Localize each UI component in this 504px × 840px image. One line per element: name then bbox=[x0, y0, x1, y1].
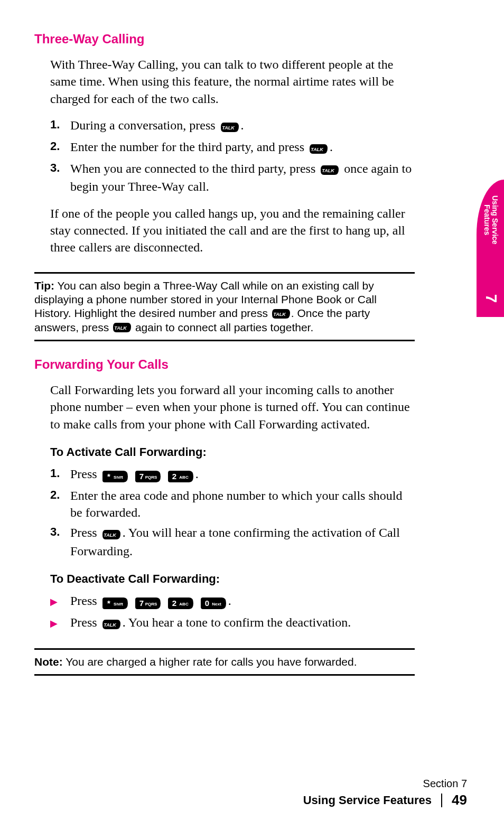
footer-title: Using Service Features bbox=[303, 794, 442, 807]
list-item: 1.Press *Shift 7PQRS 2ABC. bbox=[50, 465, 415, 484]
note-label: Note: bbox=[34, 656, 63, 668]
steps-activate: 1.Press *Shift 7PQRS 2ABC.2.Enter the ar… bbox=[50, 465, 415, 560]
bullet-text: Press TALK. You hear a tone to confirm t… bbox=[70, 614, 351, 632]
list-item: ▶Press *Shift 7PQRS 2ABC 0Next. bbox=[50, 592, 415, 611]
svg-text:*: * bbox=[107, 472, 110, 481]
2-key-icon: 2ABC bbox=[167, 466, 194, 483]
step-number: 1. bbox=[50, 117, 70, 135]
subhead-deactivate: To Deactivate Call Forwarding: bbox=[50, 572, 415, 586]
list-item: 2.Enter the number for the third party, … bbox=[50, 138, 415, 157]
step-text: During a conversation, press TALK. bbox=[70, 117, 244, 135]
step-number: 3. bbox=[50, 160, 70, 195]
svg-text:Shift: Shift bbox=[114, 602, 123, 606]
svg-text:TALK: TALK bbox=[273, 312, 286, 317]
footer-page: 49 bbox=[442, 792, 467, 808]
tip-box: Tip: You can also begin a Three-Way Call… bbox=[34, 272, 415, 341]
svg-text:TALK: TALK bbox=[114, 325, 127, 331]
bullet-text: Press *Shift 7PQRS 2ABC 0Next. bbox=[70, 592, 231, 611]
svg-text:2: 2 bbox=[172, 599, 176, 608]
svg-text:TALK: TALK bbox=[222, 125, 235, 130]
step-text: When you are connected to the third part… bbox=[70, 160, 415, 195]
7-key-icon: 7PQRS bbox=[134, 466, 162, 483]
svg-text:Shift: Shift bbox=[114, 475, 123, 480]
list-item: 2.Enter the area code and phone number t… bbox=[50, 487, 415, 521]
svg-text:TALK: TALK bbox=[322, 168, 335, 173]
heading-forwarding: Forwarding Your Calls bbox=[34, 357, 415, 372]
steps-deactivate: ▶Press *Shift 7PQRS 2ABC 0Next.▶Press TA… bbox=[50, 592, 415, 632]
star-key-icon: *Shift bbox=[101, 594, 129, 611]
step-text: Enter the number for the third party, an… bbox=[70, 138, 333, 157]
outro-three-way: If one of the people you called hangs up… bbox=[50, 205, 415, 256]
talk-key-icon: TALK bbox=[271, 307, 291, 319]
intro-forwarding: Call Forwarding lets you forward all you… bbox=[50, 381, 415, 433]
talk-key-icon: TALK bbox=[101, 526, 122, 543]
svg-text:PQRS: PQRS bbox=[145, 475, 157, 480]
svg-text:TALK: TALK bbox=[311, 147, 324, 152]
talk-key-icon: TALK bbox=[112, 321, 132, 333]
step-text: Press TALK. You will hear a tone confirm… bbox=[70, 524, 415, 559]
tip-text-3: again to connect all parties together. bbox=[132, 321, 313, 333]
tab-label: Using ServiceFeatures bbox=[482, 195, 499, 245]
intro-three-way: With Three-Way Calling, you can talk to … bbox=[50, 56, 415, 107]
svg-text:7: 7 bbox=[139, 599, 144, 608]
step-number: 2. bbox=[50, 138, 70, 157]
svg-text:Next: Next bbox=[212, 602, 221, 606]
tip-label: Tip: bbox=[34, 279, 54, 292]
talk-key-icon: TALK bbox=[101, 615, 122, 632]
step-number: 3. bbox=[50, 524, 70, 559]
svg-text:0: 0 bbox=[205, 599, 209, 608]
step-number: 1. bbox=[50, 465, 70, 484]
list-item: 1.During a conversation, press TALK. bbox=[50, 117, 415, 135]
svg-text:TALK: TALK bbox=[104, 622, 117, 628]
0-key-icon: 0Next bbox=[200, 594, 227, 611]
svg-text:*: * bbox=[107, 599, 110, 608]
svg-text:TALK: TALK bbox=[104, 533, 117, 538]
talk-key-icon: TALK bbox=[309, 139, 329, 156]
heading-three-way: Three-Way Calling bbox=[34, 32, 415, 46]
list-item: 3.Press TALK. You will hear a tone confi… bbox=[50, 524, 415, 559]
svg-text:ABC: ABC bbox=[179, 602, 189, 606]
note-box: Note: You are charged a higher rate for … bbox=[34, 648, 415, 676]
step-number: 2. bbox=[50, 487, 70, 521]
svg-text:ABC: ABC bbox=[179, 475, 189, 480]
2-key-icon: 2ABC bbox=[167, 594, 194, 611]
list-item: ▶Press TALK. You hear a tone to confirm … bbox=[50, 614, 415, 632]
talk-key-icon: TALK bbox=[320, 161, 340, 178]
star-key-icon: *Shift bbox=[101, 466, 129, 483]
7-key-icon: 7PQRS bbox=[134, 594, 162, 611]
note-text: You are charged a higher rate for calls … bbox=[63, 656, 357, 668]
list-item: 3.When you are connected to the third pa… bbox=[50, 160, 415, 195]
subhead-activate: To Activate Call Forwarding: bbox=[50, 445, 415, 459]
svg-text:7: 7 bbox=[139, 472, 144, 481]
triangle-bullet-icon: ▶ bbox=[50, 617, 70, 630]
svg-text:PQRS: PQRS bbox=[145, 602, 157, 606]
page-content: Three-Way Calling With Three-Way Calling… bbox=[34, 32, 415, 692]
step-text: Press *Shift 7PQRS 2ABC. bbox=[70, 465, 199, 484]
footer-section: Section 7 bbox=[303, 778, 467, 790]
side-tab: Using ServiceFeatures 7 bbox=[477, 180, 504, 317]
talk-key-icon: TALK bbox=[220, 118, 240, 135]
svg-text:2: 2 bbox=[172, 472, 176, 481]
tab-number: 7 bbox=[483, 294, 501, 303]
steps-three-way: 1.During a conversation, press TALK.2.En… bbox=[50, 117, 415, 195]
step-text: Enter the area code and phone number to … bbox=[70, 487, 415, 521]
page-footer: Section 7 Using Service Features 49 bbox=[303, 778, 467, 808]
triangle-bullet-icon: ▶ bbox=[50, 595, 70, 608]
